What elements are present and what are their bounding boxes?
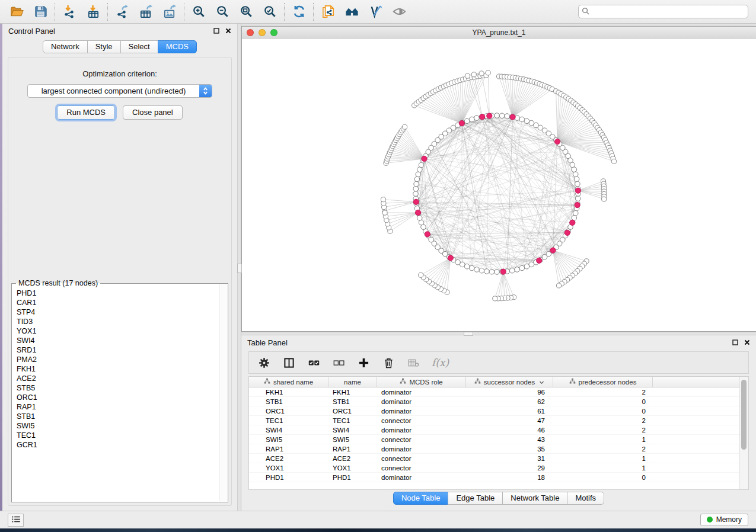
graph-mcds-hub-node[interactable] [564,230,570,235]
table-cell[interactable]: FKH1 [249,389,328,396]
graph-node[interactable] [524,118,529,124]
table-cell[interactable]: YOX1 [249,464,328,472]
graph-node[interactable] [499,113,505,118]
graph-mcds-hub-node[interactable] [510,114,515,120]
mcds-result-item[interactable]: PMA2 [17,355,219,364]
graph-node[interactable] [575,196,580,201]
table-row[interactable]: SWI4SWI4dominator462 [249,425,748,435]
mcds-result-item[interactable]: CAR1 [17,298,219,307]
graph-node[interactable] [573,172,578,177]
delete-column-icon[interactable] [382,356,395,369]
column-header-successor-nodes[interactable]: successor nodes [466,377,553,387]
mcds-result-item[interactable]: TEC1 [17,431,219,440]
close-panel-icon[interactable] [225,28,231,34]
graph-node[interactable] [529,262,534,267]
zoom-out-icon[interactable] [214,4,231,20]
table-cell[interactable]: 1 [553,455,653,462]
table-cell[interactable]: 18 [466,474,553,481]
table-cell[interactable]: 2 [553,446,653,453]
table-cell[interactable]: SWI4 [249,427,328,434]
graph-node[interactable] [479,268,484,273]
graph-node[interactable] [495,113,500,118]
column-header-name[interactable]: name [328,377,377,387]
settings-gear-icon[interactable] [257,356,270,369]
table-cell[interactable]: 31 [466,455,553,462]
table-cell[interactable]: PHD1 [328,474,377,481]
export-image-icon[interactable] [161,4,178,20]
table-cell[interactable]: ACE2 [328,455,377,462]
add-column-icon[interactable] [357,356,370,369]
graph-mcds-hub-node[interactable] [575,203,580,208]
table-row[interactable]: SWI5SWI5connector431 [249,435,748,444]
graph-node[interactable] [515,267,520,273]
table-cell[interactable]: SWI5 [328,436,377,443]
network-canvas[interactable] [242,39,756,331]
table-cell[interactable]: connector [377,417,466,424]
column-visibility-icon[interactable] [282,356,295,369]
table-cell[interactable]: 35 [466,446,553,453]
graph-mcds-hub-node[interactable] [422,156,427,161]
table-cell[interactable]: 0 [553,398,653,405]
horizontal-splitter-handle[interactable] [464,332,473,336]
graph-node[interactable] [413,186,419,191]
table-cell[interactable]: RAP1 [249,446,328,453]
graph-node[interactable] [489,269,495,274]
tab-select[interactable]: Select [120,40,158,53]
mcds-result-item[interactable]: TID3 [17,317,219,326]
graph-leaf-node[interactable] [479,71,484,76]
memory-button[interactable]: Memory [700,514,748,526]
table-cell[interactable]: dominator [377,474,466,481]
graph-node[interactable] [469,117,474,122]
graph-mcds-hub-node[interactable] [448,255,453,261]
save-session-icon[interactable] [32,4,49,20]
table-cell[interactable]: 2 [553,417,653,424]
table-row[interactable]: RAP1RAP1dominator352 [249,444,748,454]
graph-leaf-node[interactable] [465,73,470,78]
mcds-result-item[interactable]: ORC1 [17,393,219,402]
graph-mcds-hub-node[interactable] [500,269,506,274]
table-cell[interactable]: dominator [377,408,466,415]
refresh-icon[interactable] [291,4,307,20]
graph-node[interactable] [413,191,419,197]
graph-node[interactable] [495,270,500,275]
zoom-in-icon[interactable] [190,4,207,20]
table-cell[interactable]: TEC1 [328,417,377,424]
graph-leaf-node[interactable] [419,273,423,277]
float-table-panel-icon[interactable] [732,339,738,346]
table-cell[interactable]: 61 [466,408,553,415]
search-box[interactable] [578,5,748,18]
graph-node[interactable] [417,216,422,221]
open-file-icon[interactable] [8,4,25,20]
graph-node[interactable] [509,268,515,273]
table-cell[interactable]: RAP1 [328,446,377,453]
graph-node[interactable] [484,269,490,274]
table-row[interactable]: FKH1FKH1dominator962 [249,387,748,397]
table-cell[interactable]: 1 [553,464,653,472]
column-header-predecessor-nodes[interactable]: predecessor nodes [553,377,653,387]
mcds-list-scrollbar[interactable] [219,284,227,501]
graph-mcds-hub-node[interactable] [570,220,575,225]
table-cell[interactable]: 0 [553,408,653,415]
graph-node[interactable] [474,267,480,273]
delete-table-icon[interactable] [407,356,420,369]
column-header-MCDS-role[interactable]: MCDS role [377,377,466,387]
show-hide-eye-icon[interactable] [391,4,407,20]
graph-node[interactable] [574,177,579,182]
table-cell[interactable]: ORC1 [249,408,328,415]
mcds-result-item[interactable]: SWI4 [17,336,219,345]
graph-mcds-hub-node[interactable] [575,188,580,193]
tab-network-table[interactable]: Network Table [502,492,567,505]
tab-node-table[interactable]: Node Table [393,492,449,505]
table-row[interactable]: ACE2ACE2connector311 [249,454,748,463]
import-network-icon[interactable] [61,4,78,20]
table-cell[interactable]: dominator [377,398,466,405]
table-row[interactable]: STB1STB1dominator620 [249,397,748,406]
table-cell[interactable]: dominator [377,389,466,396]
table-cell[interactable]: 47 [466,417,553,424]
table-cell[interactable]: 0 [553,474,653,481]
search-network-icon[interactable] [343,4,360,20]
table-cell[interactable]: 46 [466,427,553,434]
mcds-result-item[interactable]: GCR1 [17,440,219,450]
mcds-result-item[interactable]: ACE2 [17,374,219,383]
close-table-panel-icon[interactable] [744,339,750,346]
